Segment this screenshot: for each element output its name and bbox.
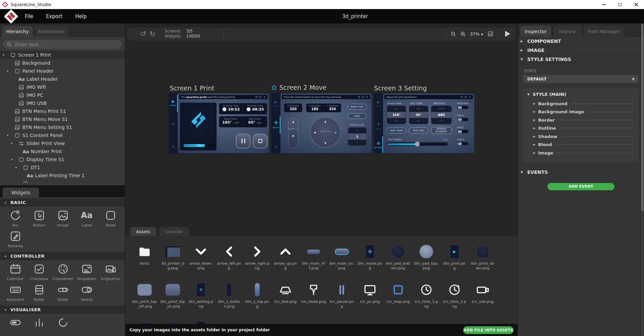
fit-image-icon[interactable] (487, 31, 493, 37)
widget-keyboard[interactable]: Keyboard (3, 283, 27, 304)
asset-partial[interactable] (130, 318, 159, 324)
tree-item-background[interactable]: Background (0, 59, 125, 67)
tab-inspector[interactable]: Inspector (520, 26, 551, 37)
tab-widgets[interactable]: Widgets (3, 188, 39, 197)
tree-item-partial[interactable] (0, 180, 125, 183)
widget-vischart[interactable] (27, 316, 51, 336)
asset-icn_time_1-png[interactable]: icn_time_1.png (412, 280, 440, 309)
minimize-button[interactable] (596, 0, 612, 9)
asset-partial[interactable]: ⚙ (187, 318, 215, 324)
section-events[interactable]: ▼EVENTS (518, 168, 644, 177)
tree-item-img-wifi[interactable]: IMG Wifi (0, 83, 125, 91)
asset-icn_usb-png[interactable]: icn_usb.png (469, 280, 497, 304)
tree-item-number-print[interactable]: AaNumber Print (0, 147, 125, 155)
tree-item-slider-print-view[interactable]: ▾Slider Print View (0, 139, 125, 147)
asset-btn_main_off-png[interactable]: btn_main_off.png (300, 242, 328, 271)
tree-item-img-usb[interactable]: IMG USB (0, 99, 125, 107)
zoom-level-dropdown[interactable]: 37% ▼ (470, 31, 483, 37)
screen2-thumbnail[interactable]: ▶PRINT MOVE ⚙ Press the control buttons … (271, 93, 372, 153)
asset-btn_print_top_on-png[interactable]: btn_print_top_on.png (159, 280, 187, 309)
section-component[interactable]: ▶COMPONENT (518, 37, 644, 46)
style-row-image[interactable]: ▶Image (533, 149, 635, 157)
style-row-background-image[interactable]: ▶Background image (533, 108, 635, 116)
menu-item-export[interactable]: Export (46, 13, 62, 19)
expand-caret-icon[interactable]: ▾ (11, 158, 13, 161)
tab-hierarchy[interactable]: Hierarchy (2, 26, 33, 37)
inspector-scrollbar[interactable] (641, 23, 643, 336)
maximize-button[interactable] (612, 0, 628, 9)
tab-history[interactable]: History (554, 26, 581, 37)
widget-button[interactable]: Button (27, 209, 51, 229)
style-row-background[interactable]: ▶Background (533, 99, 635, 108)
asset-arrow_right-png[interactable]: arrow_right.png (243, 242, 271, 271)
widget-colorwheel[interactable]: Colorwheel (51, 262, 75, 283)
widget-visbar[interactable] (3, 316, 27, 336)
asset-btn_print_top_off-png[interactable]: btn_print_top_off.png (130, 280, 159, 309)
asset-btn_print-png[interactable]: ▶btn_print.png (440, 242, 469, 271)
widget-switch[interactable]: Switch (75, 283, 99, 304)
asset-arrow_down-png[interactable]: arrow_down.png (187, 242, 215, 271)
widget-visarc[interactable] (51, 316, 75, 336)
widget-roller[interactable]: Roller (27, 283, 51, 304)
asset-icn_stop-png[interactable]: icn_stop.png (384, 280, 412, 304)
widget-checkbox[interactable]: Checkbox (27, 262, 51, 283)
tree-item-img-pc[interactable]: IMG PC (0, 91, 125, 99)
tree-item-panel-header[interactable]: ▾Panel Header (0, 67, 125, 75)
redo-button[interactable]: ↻ (150, 30, 156, 37)
tab-assets[interactable]: Assets (130, 227, 156, 236)
screen3-title[interactable]: Screen 3 Setting (374, 84, 427, 92)
expand-caret-icon[interactable]: ▾ (7, 69, 9, 73)
widget-dropdown[interactable]: Dropdown (75, 262, 99, 283)
add-file-into-assets-button[interactable]: ADD FILE INTO ASSETS (463, 326, 514, 334)
section-image[interactable]: ▶IMAGE (518, 46, 644, 55)
asset-partial[interactable] (159, 318, 187, 324)
menu-item-file[interactable]: File (25, 13, 33, 19)
widget-panel[interactable]: Panel (99, 209, 122, 229)
widget-section-visualiser[interactable]: ▾VISUALISER (0, 306, 125, 314)
widget-label[interactable]: AaLabel (75, 209, 99, 229)
asset-btn_print_down-png[interactable]: btn_print_down.png (469, 242, 497, 271)
asset-icn_pc-png[interactable]: icn_pc.png (356, 280, 384, 304)
style-row-blend[interactable]: ▶Blend (533, 141, 635, 149)
search-input[interactable] (14, 42, 115, 47)
widget-textarea[interactable]: Textarea (3, 229, 27, 250)
asset-icn_bed-png[interactable]: icn_bed.png (271, 280, 300, 304)
tree-item-dt1[interactable]: ▾DT1 (0, 163, 125, 172)
asset-arrow_left-png[interactable]: arrow_left.png (215, 242, 243, 271)
asset-icn_time_2-png[interactable]: icn_time_2.png (440, 280, 469, 309)
asset-3d_printer_bg-png[interactable]: 3d_printer_bg.png (159, 242, 187, 271)
asset-btn_setting-png[interactable]: ⚙btn_setting.png (187, 280, 215, 309)
style-row-border[interactable]: ▶Border (533, 116, 635, 124)
hierarchy-search[interactable] (3, 40, 121, 49)
state-dropdown[interactable]: DEFAULT▼ (523, 75, 639, 83)
tree-item-btn-menu-move-s1[interactable]: BTN Menu Move S1 (0, 115, 125, 123)
widget-section-basic[interactable]: ▾BASIC (0, 198, 125, 207)
asset-fonts[interactable]: fonts (130, 242, 159, 266)
asset-btn_pad_bottom-png[interactable]: btn_pad_bottom.png (384, 242, 412, 271)
section-style-settings[interactable]: ▼STYLE SETTINGS (518, 55, 644, 64)
tree-item-display-time-s1[interactable]: ▾Display Time S1 (0, 155, 125, 163)
close-button[interactable] (628, 0, 644, 9)
zoom-in-button[interactable] (460, 31, 466, 37)
expand-caret-icon[interactable]: ▾ (15, 166, 17, 169)
tree-item-label-header[interactable]: AaLabel Header (0, 75, 125, 83)
asset-btn_main_on-png[interactable]: btn_main_on.png (328, 242, 356, 271)
tree-item-btn-menu-print-s1[interactable]: BTN Menu Print S1 (0, 107, 125, 115)
tab-console[interactable]: Console (159, 227, 189, 236)
style-row-outline[interactable]: ▶Outline (533, 124, 635, 133)
style-row-shadow[interactable]: ▶Shadow (533, 132, 635, 141)
tree-item-label-printing-time-1[interactable]: AaLabel Printing Time 1 (0, 172, 125, 180)
tree-item-btn-menu-setting-s1[interactable]: BTN Menu Setting S1 (0, 123, 125, 131)
tab-font-manager[interactable]: Font Manager (584, 26, 624, 37)
widget-arc[interactable]: Arc (3, 209, 27, 229)
widget-slider[interactable]: Slider (51, 283, 75, 304)
expand-caret-icon[interactable]: ▾ (11, 142, 13, 145)
tree-item-screen-1-print[interactable]: ▾Screen 1 Print (0, 51, 125, 59)
expand-caret-icon[interactable]: ▾ (7, 134, 9, 137)
asset-arrow_up-png[interactable]: arrow_up.png (271, 242, 300, 271)
widget-calendar[interactable]: Calendar (3, 262, 27, 283)
screen1-title[interactable]: Screen 1 Print (170, 84, 214, 92)
menu-item-help[interactable]: Help (75, 13, 87, 19)
style-main-header[interactable]: ▼STYLE (MAIN) (527, 92, 635, 97)
screen3-thumbnail[interactable]: ▶PRINT MOVE ⚙SETTING Adjust the print pa… (374, 93, 474, 153)
